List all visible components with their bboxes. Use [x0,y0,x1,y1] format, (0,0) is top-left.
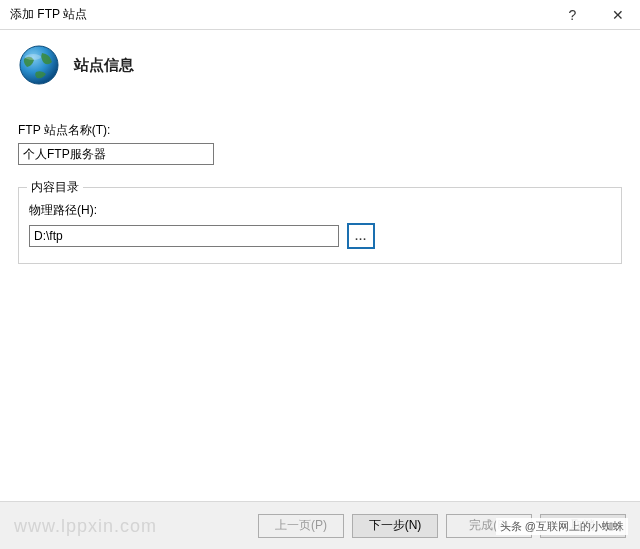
footer: 上一页(P) 下一步(N) 完成(F) 取消 [0,501,640,549]
finish-button: 完成(F) [446,514,532,538]
content-area: FTP 站点名称(T): 内容目录 物理路径(H): ... [0,122,640,264]
page-title: 站点信息 [74,56,134,75]
browse-button[interactable]: ... [347,223,375,249]
svg-point-1 [25,54,41,60]
next-button[interactable]: 下一步(N) [352,514,438,538]
titlebar: 添加 FTP 站点 ? ✕ [0,0,640,30]
globe-icon [18,44,60,86]
help-button[interactable]: ? [550,0,595,30]
site-name-input[interactable] [18,143,214,165]
site-name-label: FTP 站点名称(T): [18,122,622,139]
content-directory-legend: 内容目录 [27,179,83,196]
physical-path-label: 物理路径(H): [29,202,611,219]
header: 站点信息 [0,30,640,104]
window-title: 添加 FTP 站点 [10,6,550,23]
physical-path-input[interactable] [29,225,339,247]
close-button[interactable]: ✕ [595,0,640,30]
content-directory-group: 内容目录 物理路径(H): ... [18,187,622,264]
cancel-button[interactable]: 取消 [540,514,626,538]
prev-button: 上一页(P) [258,514,344,538]
